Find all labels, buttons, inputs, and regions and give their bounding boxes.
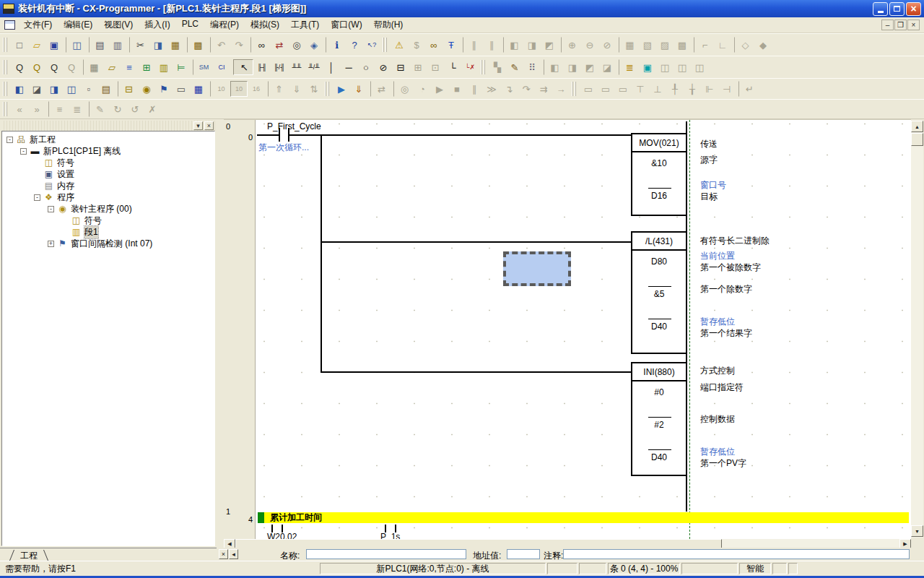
- zoom-in-button[interactable]: Q: [28, 59, 45, 75]
- watch-window-button[interactable]: ▣: [639, 59, 656, 75]
- tree-item-interrupt-program[interactable]: + 窗口间隔检测 (Int 07): [2, 238, 214, 249]
- instruction-block-mov[interactable]: MOV(021) &10 D16: [631, 133, 687, 216]
- instruction-block-div[interactable]: /L(431) D80 &5 D40: [631, 231, 687, 354]
- differentiate-down-button[interactable]: ⊥: [649, 81, 666, 97]
- tree-item-program-symbols[interactable]: 符号: [2, 215, 214, 226]
- scroll-down-icon[interactable]: [911, 525, 923, 537]
- clock-monitor-button[interactable]: ◔: [414, 81, 431, 97]
- tree-item-main-program[interactable]: - 装针主程序 (00): [2, 203, 214, 215]
- scroll-left-icon[interactable]: [224, 539, 235, 548]
- toggle-local-symbols-button[interactable]: ▫: [80, 81, 97, 97]
- stop-button[interactable]: ■: [448, 81, 466, 97]
- instruction-operand[interactable]: D80: [632, 256, 686, 267]
- toggle-cross-reference-button[interactable]: ◫: [63, 81, 80, 97]
- dialog-button[interactable]: ▭: [173, 81, 190, 97]
- step-run-button[interactable]: ≫: [483, 81, 500, 97]
- pause-button[interactable]: ∥: [463, 37, 483, 53]
- pause-mode-button[interactable]: ∥: [466, 81, 483, 97]
- insert-column-button[interactable]: ◨: [564, 59, 581, 75]
- pause-monitor-button[interactable]: ◎: [393, 81, 414, 97]
- help-button[interactable]: ?: [346, 37, 363, 53]
- zoom-button[interactable]: Q: [11, 59, 28, 75]
- toolbar-grip[interactable]: [383, 38, 388, 52]
- menu-view[interactable]: 视图(V): [98, 17, 139, 33]
- menu-program[interactable]: 编程(P): [204, 17, 245, 33]
- set-bit-button[interactable]: ▭: [580, 81, 597, 97]
- restore-button[interactable]: [889, 2, 905, 16]
- diff-monitor-button[interactable]: ◫: [674, 59, 691, 75]
- menu-window[interactable]: 窗口(W): [325, 17, 367, 33]
- find-address-button[interactable]: ◎: [288, 37, 305, 53]
- delete-row-button[interactable]: ◩: [581, 59, 598, 75]
- monitor-window-button[interactable]: ◫: [656, 59, 674, 75]
- panel-dock-icon[interactable]: ▾: [193, 121, 203, 130]
- instruction-operand[interactable]: &5: [632, 289, 686, 299]
- insert-section-button[interactable]: ◉: [138, 81, 155, 97]
- toolbar-grip[interactable]: [3, 38, 9, 52]
- section-list-button[interactable]: ⚑: [155, 81, 173, 97]
- instruction-block-ini[interactable]: INI(880) #0 #2 D40: [631, 362, 687, 476]
- vertical-scrollbar[interactable]: [911, 121, 923, 538]
- scroll-right-icon[interactable]: [899, 539, 911, 548]
- watch-scroll-icon[interactable]: ◂: [229, 549, 238, 559]
- toolbar-grip[interactable]: [3, 60, 9, 74]
- work-online-simulator-button[interactable]: ▶: [333, 81, 350, 97]
- send-changes-button[interactable]: ◇: [734, 37, 754, 53]
- mdi-restore-button[interactable]: ❐: [894, 20, 907, 30]
- toolbar-grip[interactable]: [481, 60, 487, 74]
- grid-toggle-button[interactable]: ▦: [83, 59, 103, 75]
- hex-button[interactable]: 16: [248, 81, 265, 97]
- memory-view-button[interactable]: ◫: [691, 59, 708, 75]
- tree-item-project[interactable]: - 新工程: [2, 134, 214, 145]
- project-tab[interactable]: 工程: [10, 550, 48, 561]
- tree-item-programs[interactable]: - 程序: [2, 191, 214, 203]
- ladder-editor[interactable]: 0 0 1 4 P_First_Cycle 第一次循环... MOV(021) …: [224, 119, 911, 548]
- find-button[interactable]: ∞: [250, 37, 271, 53]
- properties-button[interactable]: ▤: [97, 81, 115, 97]
- watch-close-icon[interactable]: ×: [219, 549, 228, 559]
- menu-simulation[interactable]: 模拟(S): [245, 17, 285, 33]
- rung-comment-bar[interactable]: 累计加工时间: [258, 512, 909, 523]
- insert-row-button[interactable]: ◧: [544, 59, 564, 75]
- force-off-button[interactable]: ⊖: [581, 37, 598, 53]
- next-reference-button[interactable]: »: [28, 101, 45, 117]
- copy-bits-button[interactable]: ◧: [503, 37, 523, 53]
- tree-item-section1[interactable]: 段1: [2, 226, 214, 238]
- vertical-line-button[interactable]: │: [323, 59, 340, 75]
- instruction-operand[interactable]: D40: [632, 322, 686, 332]
- menu-tools[interactable]: 工具(T): [285, 17, 325, 33]
- clear-all-button[interactable]: ⊣: [718, 81, 736, 97]
- mnemonics-view-button[interactable]: SM: [193, 59, 213, 75]
- rung-comment-button[interactable]: ▱: [103, 59, 121, 75]
- tree-item-plc[interactable]: - 新PLC1[CP1E] 离线: [2, 145, 214, 157]
- window-edit-button[interactable]: ◩: [541, 37, 558, 53]
- find-warning-button[interactable]: ∞: [425, 37, 443, 53]
- compile-button[interactable]: ⚠: [391, 37, 408, 53]
- new-coil-button[interactable]: ○: [357, 59, 375, 75]
- comment-list2-button[interactable]: ≡: [48, 101, 69, 117]
- tree-toggle[interactable]: -: [48, 206, 54, 212]
- cycle-time-button[interactable]: ⌐: [694, 37, 714, 53]
- menu-insert[interactable]: 插入(I): [139, 17, 175, 33]
- function-block-button[interactable]: ⊡: [427, 59, 444, 75]
- clear-marks-button[interactable]: ✗: [144, 101, 161, 117]
- force-bit-button[interactable]: ▭: [597, 81, 614, 97]
- decimal-button[interactable]: 10: [210, 81, 230, 97]
- copy-button[interactable]: ◨: [149, 37, 167, 53]
- undo-button[interactable]: ↶: [210, 37, 230, 53]
- edit-comment-button[interactable]: ✎: [506, 59, 523, 75]
- step-over-button[interactable]: ↷: [518, 81, 535, 97]
- toggle-watch-window-button[interactable]: ◨: [45, 81, 63, 97]
- contact-operand[interactable]: P_First_Cycle: [267, 121, 321, 131]
- run-to-cursor-button[interactable]: →: [552, 81, 570, 97]
- memory-window-button[interactable]: ▦: [619, 37, 639, 53]
- instruction-operand[interactable]: D40: [632, 452, 686, 462]
- io-table-button[interactable]: ▦: [190, 81, 207, 97]
- about-button[interactable]: ℹ: [326, 37, 346, 53]
- menu-plc[interactable]: PLC: [176, 17, 204, 33]
- tree-item-settings[interactable]: 设置: [2, 168, 214, 180]
- continuous-step-button[interactable]: ⇉: [535, 81, 552, 97]
- zoom-fit-button[interactable]: Q: [63, 59, 80, 75]
- force-cancel-button[interactable]: ⊘: [598, 37, 616, 53]
- instruction-operand[interactable]: #2: [632, 420, 686, 430]
